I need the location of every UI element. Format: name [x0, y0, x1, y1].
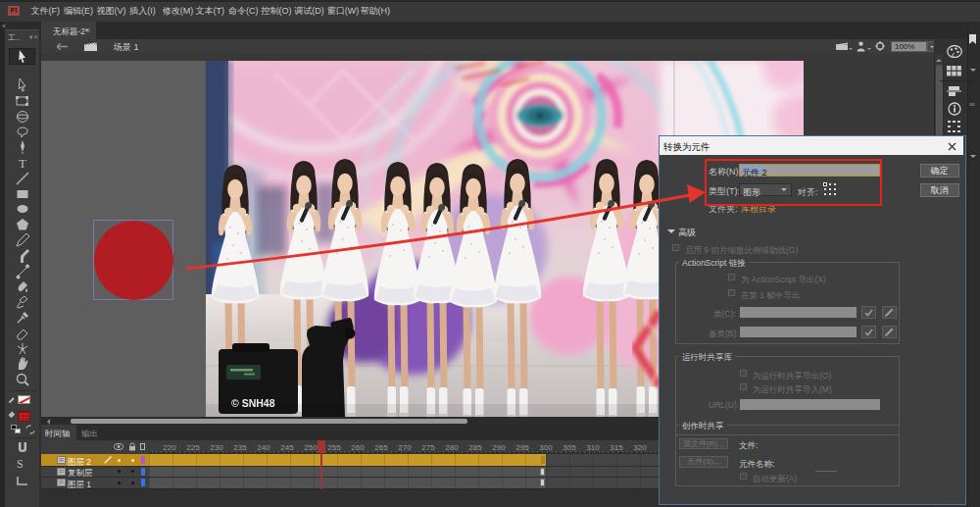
- svg-text:© SNH48: © SNH48: [231, 397, 275, 409]
- svg-text:T: T: [19, 156, 26, 171]
